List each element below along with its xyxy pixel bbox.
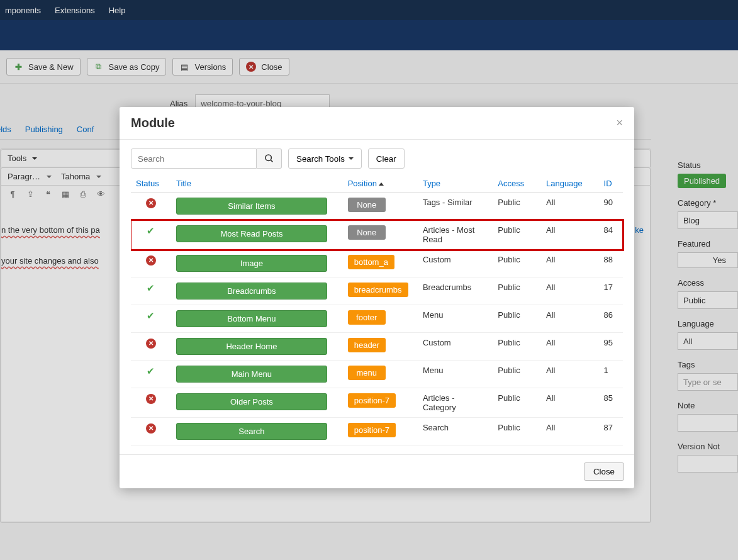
id-cell: 85 — [599, 388, 623, 418]
checkmark-icon[interactable]: ✔ — [147, 225, 155, 236]
checkmark-icon[interactable]: ✔ — [147, 310, 155, 321]
id-cell: 95 — [599, 333, 623, 361]
modal-footer: Close — [120, 454, 634, 488]
table-row[interactable]: ✕Older Postsposition-7Articles - Categor… — [131, 388, 623, 418]
id-cell: 88 — [599, 250, 623, 277]
type-cell: Custom — [418, 250, 493, 277]
access-cell: Public — [493, 220, 541, 250]
type-cell: Breadcrumbs — [418, 277, 493, 305]
access-cell: Public — [493, 388, 541, 418]
access-cell: Public — [493, 305, 541, 333]
id-cell: 86 — [599, 305, 623, 333]
table-row[interactable]: ✔BreadcrumbsbreadcrumbsBreadcrumbsPublic… — [131, 277, 623, 305]
disabled-icon[interactable]: ✕ — [146, 339, 156, 349]
id-cell: 87 — [599, 418, 623, 445]
table-row[interactable]: ✔Bottom MenufooterMenuPublicAll86 — [131, 305, 623, 333]
col-status[interactable]: Status — [131, 175, 171, 193]
id-cell: 90 — [599, 193, 623, 220]
modal-close-button[interactable]: Close — [584, 462, 624, 481]
module-title-pill[interactable]: Main Menu — [176, 366, 327, 383]
disabled-icon[interactable]: ✕ — [146, 394, 156, 404]
table-row[interactable]: ✕Similar ItemsNoneTags - SimilarPublicAl… — [131, 193, 623, 220]
type-cell: Articles - Most Read — [418, 220, 493, 250]
module-title-pill[interactable]: Breadcrumbs — [176, 283, 327, 300]
access-cell: Public — [493, 250, 541, 277]
checkmark-icon[interactable]: ✔ — [147, 366, 155, 376]
col-access[interactable]: Access — [493, 175, 541, 193]
disabled-icon[interactable]: ✕ — [146, 198, 156, 208]
access-cell: Public — [493, 361, 541, 388]
svg-point-0 — [266, 155, 271, 160]
col-title[interactable]: Title — [171, 175, 343, 193]
type-cell: Custom — [418, 333, 493, 361]
language-cell: All — [541, 361, 599, 388]
module-title-pill[interactable]: Image — [176, 255, 327, 272]
type-cell: Articles - Category — [418, 388, 493, 418]
module-title-pill[interactable]: Header Home — [176, 338, 327, 355]
clear-button[interactable]: Clear — [368, 148, 405, 169]
language-cell: All — [541, 193, 599, 220]
type-cell: Menu — [418, 361, 493, 388]
language-cell: All — [541, 418, 599, 445]
language-cell: All — [541, 388, 599, 418]
disabled-icon[interactable]: ✕ — [146, 423, 156, 434]
id-cell: 17 — [599, 277, 623, 305]
type-cell: Tags - Similar — [418, 193, 493, 220]
search-icon — [264, 154, 274, 164]
module-title-pill[interactable]: Older Posts — [176, 393, 327, 410]
col-language[interactable]: Language — [541, 175, 599, 193]
language-cell: All — [541, 333, 599, 361]
access-cell: Public — [493, 418, 541, 445]
search-input[interactable] — [131, 148, 257, 169]
table-row[interactable]: ✔Main MenumenuMenuPublicAll1 — [131, 361, 623, 388]
language-cell: All — [541, 250, 599, 277]
modal-title: Module — [131, 116, 175, 130]
col-position[interactable]: Position — [343, 175, 418, 193]
position-pill[interactable]: None — [348, 225, 386, 240]
type-cell: Search — [418, 418, 493, 445]
language-cell: All — [541, 305, 599, 333]
position-pill[interactable]: None — [348, 198, 386, 212]
position-pill[interactable]: bottom_a — [348, 255, 394, 269]
language-cell: All — [541, 220, 599, 250]
access-cell: Public — [493, 277, 541, 305]
table-row[interactable]: ✔Most Read PostsNoneArticles - Most Read… — [131, 220, 623, 250]
search-tools-button[interactable]: Search Tools — [288, 148, 362, 169]
col-type[interactable]: Type — [418, 175, 493, 193]
module-modal: Module × Search Tools Clear Status Title… — [120, 107, 634, 488]
access-cell: Public — [493, 333, 541, 361]
modal-header: Module × — [120, 107, 634, 140]
type-cell: Menu — [418, 305, 493, 333]
search-row: Search Tools Clear — [131, 148, 623, 169]
module-title-pill[interactable]: Bottom Menu — [176, 310, 327, 327]
id-cell: 1 — [599, 361, 623, 388]
search-button[interactable] — [257, 148, 282, 169]
module-title-pill[interactable]: Search — [176, 423, 327, 440]
position-pill[interactable]: position-7 — [348, 423, 396, 437]
table-row[interactable]: ✕Header HomeheaderCustomPublicAll95 — [131, 333, 623, 361]
table-row[interactable]: ✕Searchposition-7SearchPublicAll87 — [131, 418, 623, 445]
col-id[interactable]: ID — [599, 175, 623, 193]
svg-line-1 — [271, 160, 272, 162]
checkmark-icon[interactable]: ✔ — [147, 283, 155, 293]
position-pill[interactable]: breadcrumbs — [348, 283, 408, 297]
module-title-pill[interactable]: Most Read Posts — [176, 225, 327, 242]
position-pill[interactable]: menu — [348, 366, 386, 380]
id-cell: 84 — [599, 220, 623, 250]
module-title-pill[interactable]: Similar Items — [176, 198, 327, 215]
modal-close-x[interactable]: × — [616, 116, 623, 130]
access-cell: Public — [493, 193, 541, 220]
position-pill[interactable]: footer — [348, 310, 386, 325]
position-pill[interactable]: position-7 — [348, 393, 396, 408]
modal-scroll[interactable]: Search Tools Clear Status Title Position… — [131, 148, 632, 445]
table-row[interactable]: ✕Imagebottom_aCustomPublicAll88 — [131, 250, 623, 277]
position-pill[interactable]: header — [348, 338, 386, 352]
module-table: Status Title Position Type Access Langua… — [131, 175, 623, 445]
disabled-icon[interactable]: ✕ — [146, 255, 156, 266]
language-cell: All — [541, 277, 599, 305]
